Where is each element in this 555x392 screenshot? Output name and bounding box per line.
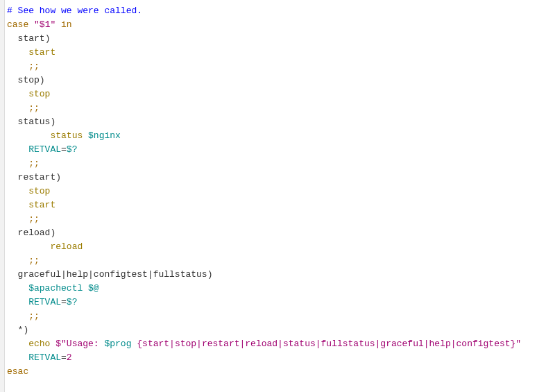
- case-label-status: status: [18, 117, 51, 127]
- code-editor[interactable]: # See how we were called. case "$1" in s…: [0, 0, 555, 392]
- var-retval: RETVAL: [28, 297, 61, 307]
- keyword-esac: esac: [7, 366, 28, 377]
- dsemi: ;;: [28, 311, 40, 321]
- cmd-echo: echo: [28, 339, 50, 349]
- cmd-start: start: [28, 200, 56, 210]
- case-label-reload: reload: [18, 228, 51, 238]
- var-exitq: $?: [67, 297, 78, 307]
- eq: =: [61, 352, 67, 363]
- rparen: ): [50, 117, 56, 127]
- rparen: ): [45, 33, 51, 44]
- usage-pre: $"Usage:: [56, 339, 104, 349]
- case-label-restart: restart: [18, 172, 56, 182]
- cmd-reload: reload: [50, 241, 83, 252]
- dsemi: ;;: [28, 214, 40, 224]
- editor-gutter: [0, 0, 5, 392]
- keyword-in: in: [61, 19, 72, 30]
- dsemi: ;;: [28, 158, 40, 169]
- rparen: ): [207, 269, 213, 280]
- dsemi: ;;: [28, 255, 40, 266]
- var-apachectl: $apachectl: [28, 283, 83, 293]
- var-nginx: $nginx: [88, 130, 121, 141]
- var-exitq: $?: [67, 144, 78, 155]
- eq: =: [61, 144, 67, 155]
- eq: =: [61, 297, 67, 307]
- case-arg: "$1": [34, 19, 56, 30]
- keyword-case: case: [7, 19, 28, 30]
- cmd-start: start: [28, 47, 56, 58]
- dsemi: ;;: [28, 103, 40, 113]
- var-retval: RETVAL: [28, 352, 61, 363]
- dsemi: ;;: [28, 61, 40, 71]
- case-label-multi: graceful|help|configtest|fullstatus: [18, 269, 207, 280]
- cmd-stop: stop: [28, 89, 50, 99]
- case-label-stop: stop: [18, 75, 40, 85]
- num-2: 2: [67, 352, 72, 363]
- code-comment: # See how we were called.: [7, 6, 142, 16]
- cmd-status: status: [50, 130, 83, 141]
- cmd-stop: stop: [28, 186, 50, 196]
- rparen: ): [40, 75, 45, 85]
- var-retval: RETVAL: [28, 144, 61, 155]
- rparen: ): [23, 325, 28, 335]
- rparen: ): [50, 228, 56, 238]
- rparen: ): [56, 172, 61, 182]
- var-atargs: $@: [88, 283, 99, 293]
- var-prog: $prog: [104, 339, 131, 349]
- case-label-start: start: [18, 33, 45, 44]
- usage-body: {start|stop|restart|reload|status|fullst…: [131, 339, 521, 349]
